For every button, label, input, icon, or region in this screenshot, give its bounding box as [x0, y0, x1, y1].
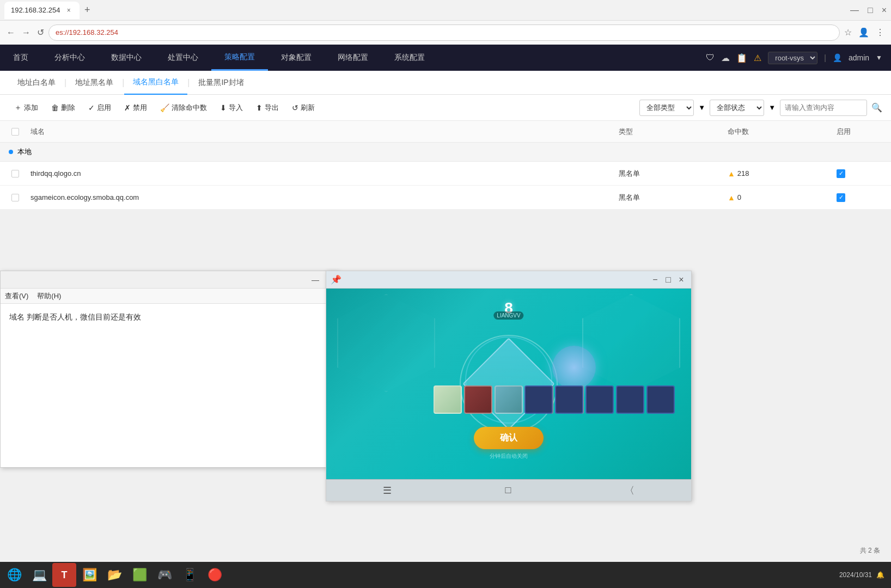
row-1-checkbox[interactable]: [11, 170, 19, 177]
user-dropdown-icon[interactable]: ▼: [876, 54, 882, 62]
overlay-right-titlebar: 📌 − □ ×: [326, 271, 691, 289]
game-home-btn[interactable]: □: [505, 485, 511, 496]
taskbar-icon-notepad[interactable]: T: [52, 563, 76, 587]
taskbar-icon-app3[interactable]: 📱: [178, 563, 202, 587]
row-2-hits: ▲ 0: [723, 193, 832, 202]
new-tab-btn[interactable]: +: [80, 3, 95, 18]
right-card-2[interactable]: [555, 385, 583, 414]
nav-item-home[interactable]: 首页: [0, 45, 41, 71]
game-minimize-btn[interactable]: −: [650, 274, 661, 285]
row-2-domain: sgameicon.ecology.smoba.qq.com: [26, 193, 614, 201]
card-1[interactable]: [434, 385, 462, 414]
taskbar-icon-app4[interactable]: 🔴: [203, 563, 227, 587]
import-button[interactable]: ⬇ 导入: [215, 100, 248, 115]
pin-icon[interactable]: 📌: [331, 274, 341, 285]
overlay-left-titlebar: — □: [1, 271, 338, 289]
right-card-1[interactable]: [524, 385, 553, 414]
taskbar-icon-browser[interactable]: 🌐: [2, 563, 26, 587]
taskbar-icon-app2[interactable]: 🎮: [152, 563, 176, 587]
row-2-checkbox-cell[interactable]: [4, 194, 26, 201]
taskbar-icon-files[interactable]: 📂: [102, 563, 126, 587]
overlay-minimize-btn[interactable]: —: [310, 274, 321, 285]
subnav-domain[interactable]: 域名黑白名单: [124, 71, 187, 95]
browser-titlebar: 192.168.32.254 × + — □ ×: [0, 0, 891, 21]
game-restore-btn[interactable]: □: [663, 274, 674, 285]
warning-icon[interactable]: ⚠: [754, 53, 761, 63]
status-select[interactable]: 全部状态: [710, 100, 764, 116]
user-label[interactable]: admin: [849, 53, 869, 62]
vsys-select[interactable]: root-vsys: [768, 52, 817, 64]
row-1-hits: ▲ 218: [723, 169, 832, 178]
type-select[interactable]: 全部类型: [639, 100, 694, 116]
refresh-button[interactable]: ↺ 刷新: [286, 100, 320, 115]
game-back-btn[interactable]: 〈: [625, 484, 634, 497]
close-btn[interactable]: ×: [882, 5, 887, 15]
status-dropdown-icon: ▼: [768, 103, 776, 112]
refresh-icon[interactable]: ↺: [37, 27, 44, 38]
total-count: 共 2 条: [860, 547, 880, 554]
card-3[interactable]: [495, 385, 523, 414]
clipboard-icon[interactable]: 📋: [736, 53, 747, 63]
help-menu[interactable]: 帮助(H): [37, 291, 61, 301]
address-input[interactable]: [48, 24, 840, 41]
addr-right-icons: ☆ 👤 ⋮: [844, 27, 884, 38]
right-card-3[interactable]: [585, 385, 614, 414]
overlay-text: 域名 判断是否人机，微信目前还是有效: [9, 313, 141, 321]
taskbar-icon-app1[interactable]: 🟩: [127, 563, 151, 587]
bookmark-icon[interactable]: ☆: [844, 27, 852, 38]
taskbar-icon-photos[interactable]: 🖼️: [77, 563, 101, 587]
taskbar-icon-system[interactable]: 💻: [27, 563, 51, 587]
cloud-icon[interactable]: ☁: [721, 53, 730, 63]
delete-button[interactable]: 🗑 删除: [46, 100, 81, 115]
row-2-enabled[interactable]: ✓: [832, 193, 887, 202]
shield-icon[interactable]: 🛡: [706, 53, 715, 63]
fwd-icon[interactable]: →: [22, 28, 30, 38]
row-2-checkbox[interactable]: [11, 194, 19, 201]
browser-tab[interactable]: 192.168.32.254 ×: [4, 2, 80, 19]
table-header: 域名 类型 命中数 启用: [0, 121, 891, 143]
nav-item-object[interactable]: 对象配置: [268, 45, 325, 71]
subnav-addr-white[interactable]: 地址白名单: [9, 71, 64, 95]
confirm-button[interactable]: 确认: [474, 427, 544, 449]
right-card-5[interactable]: [646, 385, 675, 414]
nav-item-network[interactable]: 网络配置: [325, 45, 381, 71]
nav-item-data[interactable]: 数据中心: [98, 45, 155, 71]
subnav-batch-block[interactable]: 批量黑IP封堵: [190, 71, 252, 95]
add-button[interactable]: ＋ 添加: [9, 100, 44, 115]
profile-icon[interactable]: 👤: [858, 27, 869, 38]
row-2-enabled-checkbox[interactable]: ✓: [837, 193, 845, 202]
maximize-btn[interactable]: □: [868, 5, 873, 15]
type-dropdown-icon: ▼: [698, 103, 705, 112]
hex-decoration-right: [582, 294, 680, 392]
notification-btn[interactable]: 🔔: [876, 571, 884, 579]
view-menu[interactable]: 查看(V): [5, 291, 28, 301]
nav-item-analysis[interactable]: 分析中心: [41, 45, 98, 71]
nav-item-disposal[interactable]: 处置中心: [155, 45, 211, 71]
clear-hits-button[interactable]: 🧹 清除命中数: [155, 100, 212, 115]
row-1-enabled[interactable]: ✓: [832, 169, 887, 178]
select-all-header[interactable]: [4, 128, 26, 136]
card-2[interactable]: [464, 385, 492, 414]
overlay-left-window: — □ 查看(V) 帮助(H) 域名 判断是否人机，微信目前还是有效: [0, 271, 339, 468]
select-all-checkbox[interactable]: [11, 128, 19, 136]
tab-close-btn[interactable]: ×: [64, 6, 73, 15]
row-1-enabled-checkbox[interactable]: ✓: [837, 169, 845, 178]
game-close-btn[interactable]: ×: [676, 274, 687, 285]
enable-button[interactable]: ✓ 启用: [83, 100, 117, 115]
export-button[interactable]: ⬆ 导出: [251, 100, 284, 115]
right-card-4[interactable]: [616, 385, 644, 414]
minimize-btn[interactable]: —: [850, 5, 859, 15]
subnav-addr-black[interactable]: 地址黑名单: [66, 71, 122, 95]
back-icon[interactable]: ←: [7, 28, 15, 38]
nav-item-system[interactable]: 系统配置: [381, 45, 438, 71]
right-cards: [524, 385, 675, 414]
search-input[interactable]: [780, 100, 867, 116]
search-icon[interactable]: 🔍: [871, 102, 882, 113]
game-orb: [552, 346, 596, 389]
menu-icon[interactable]: ⋮: [876, 27, 884, 38]
tab-title: 192.168.32.254: [11, 6, 60, 14]
nav-item-policy[interactable]: 策略配置: [211, 45, 268, 71]
row-1-checkbox-cell[interactable]: [4, 170, 26, 177]
game-menu-btn[interactable]: ☰: [383, 485, 392, 497]
disable-button[interactable]: ✗ 禁用: [119, 100, 152, 115]
